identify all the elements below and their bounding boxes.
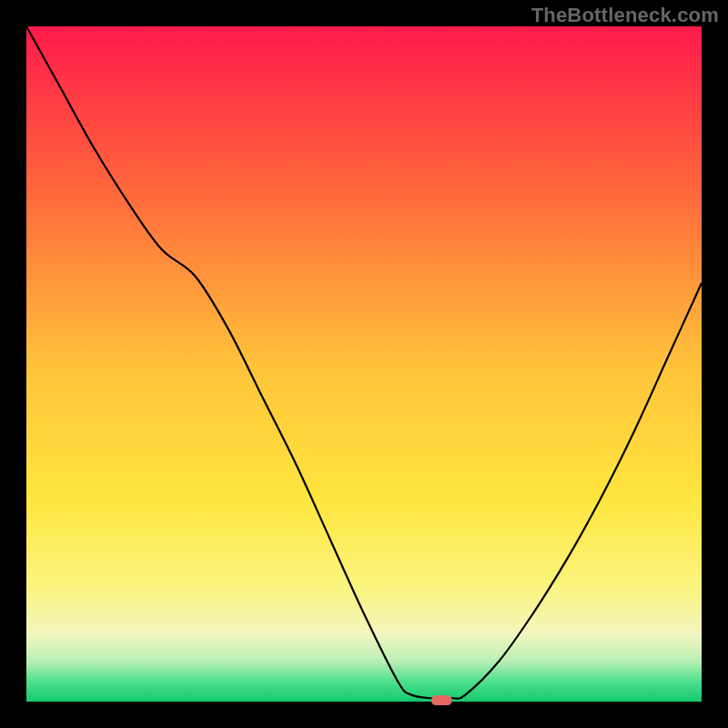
chart-frame: TheBottleneck.com: [0, 0, 728, 728]
watermark-text: TheBottleneck.com: [531, 4, 719, 27]
gradient-rect: [26, 26, 702, 702]
bottleneck-plot: [26, 26, 702, 702]
optimal-marker: [431, 695, 451, 706]
